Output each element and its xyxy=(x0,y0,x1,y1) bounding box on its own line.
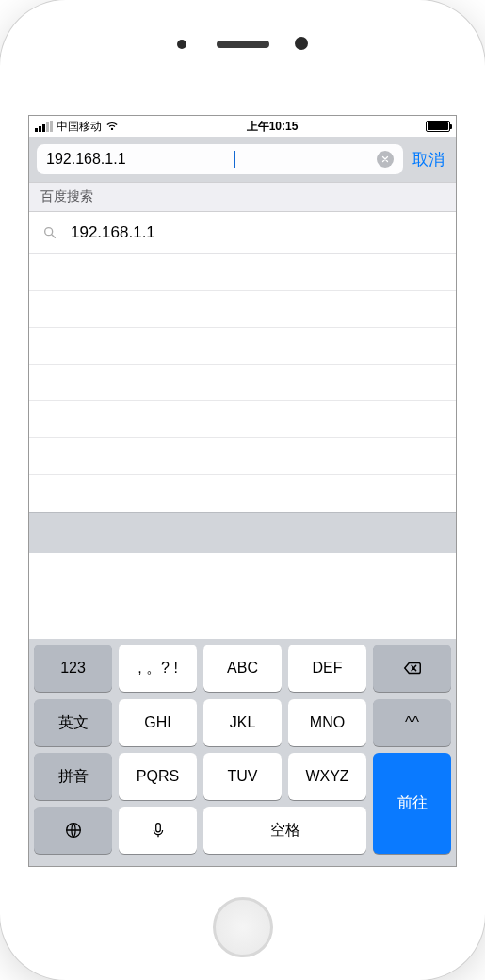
front-camera xyxy=(295,37,308,50)
battery-icon xyxy=(426,121,450,132)
keyboard-toolbar xyxy=(29,512,456,553)
backspace-icon xyxy=(402,658,423,678)
suggestion-label: 192.168.1.1 xyxy=(71,223,155,242)
globe-icon xyxy=(63,820,84,841)
key-punct[interactable]: , 。? ! xyxy=(119,645,197,692)
list-item xyxy=(29,401,456,438)
key-pinyin[interactable]: 拼音 xyxy=(34,753,112,800)
list-item xyxy=(29,291,456,328)
keyboard: 123 , 。? ! ABC DEF 英文 GHI JKL MNO ^^ 拼音 … xyxy=(29,639,456,866)
svg-line-1 xyxy=(52,235,55,237)
list-item xyxy=(29,438,456,475)
key-ghi[interactable]: GHI xyxy=(119,699,197,746)
list-item xyxy=(29,475,456,512)
address-bar: 取消 xyxy=(29,137,456,182)
url-field[interactable] xyxy=(37,144,403,174)
iphone-frame: 中国移动 上午10:15 取消 百度搜索 192.168.1.1 xyxy=(0,0,485,980)
speaker xyxy=(217,41,269,48)
list-item xyxy=(29,328,456,365)
key-abc[interactable]: ABC xyxy=(203,645,282,692)
suggestion-section-header: 百度搜索 xyxy=(29,182,456,212)
go-key[interactable]: 前往 xyxy=(373,753,451,854)
clear-icon[interactable] xyxy=(377,151,394,168)
text-cursor xyxy=(234,151,235,168)
clock: 上午10:15 xyxy=(247,119,299,135)
wifi-icon xyxy=(105,120,119,133)
svg-point-0 xyxy=(45,228,53,236)
list-item xyxy=(29,254,456,291)
proximity-sensor xyxy=(177,40,186,49)
globe-key[interactable] xyxy=(34,807,112,854)
carrier-label: 中国移动 xyxy=(57,119,102,135)
key-emoji[interactable]: ^^ xyxy=(373,699,451,746)
suggestion-item[interactable]: 192.168.1.1 xyxy=(29,212,456,254)
mic-icon xyxy=(148,820,169,841)
home-button[interactable] xyxy=(213,897,273,957)
cancel-button[interactable]: 取消 xyxy=(412,149,448,171)
key-mno[interactable]: MNO xyxy=(288,699,366,746)
search-icon xyxy=(42,225,57,240)
list-item xyxy=(29,365,456,401)
space-key[interactable]: 空格 xyxy=(203,807,366,854)
screen: 中国移动 上午10:15 取消 百度搜索 192.168.1.1 xyxy=(28,115,457,867)
key-123[interactable]: 123 xyxy=(34,645,112,692)
signal-icon xyxy=(35,121,53,132)
backspace-key[interactable] xyxy=(373,645,451,692)
key-tuv[interactable]: TUV xyxy=(203,753,282,800)
key-pqrs[interactable]: PQRS xyxy=(119,753,197,800)
key-jkl[interactable]: JKL xyxy=(203,699,282,746)
key-english[interactable]: 英文 xyxy=(34,699,112,746)
svg-rect-3 xyxy=(155,824,160,832)
mic-key[interactable] xyxy=(119,807,197,854)
url-input[interactable] xyxy=(46,151,234,168)
status-bar: 中国移动 上午10:15 xyxy=(29,116,456,137)
key-wxyz[interactable]: WXYZ xyxy=(288,753,366,800)
key-def[interactable]: DEF xyxy=(288,645,366,692)
